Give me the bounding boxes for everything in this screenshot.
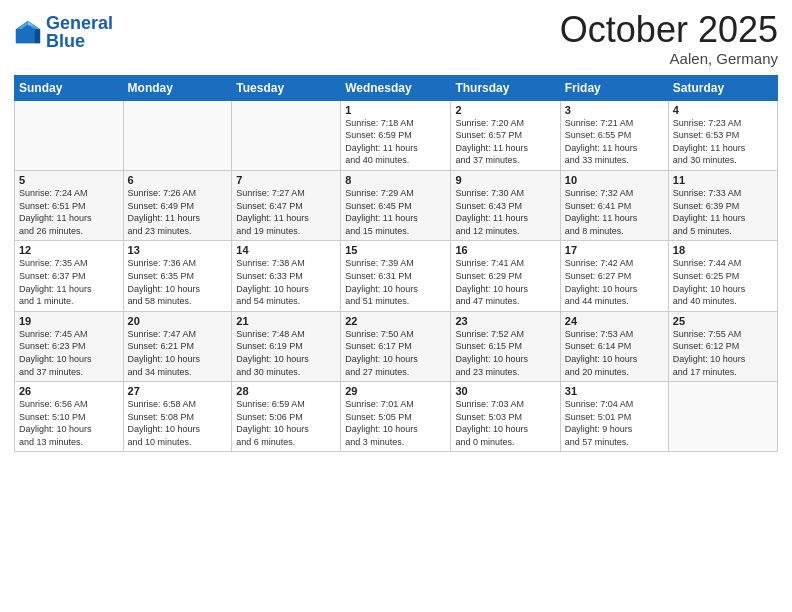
calendar-cell [15,100,124,170]
day-info: Sunrise: 7:33 AM Sunset: 6:39 PM Dayligh… [673,187,773,237]
calendar-page: General Blue October 2025 Aalen, Germany… [0,0,792,612]
day-number: 17 [565,244,664,256]
day-number: 2 [455,104,555,116]
day-number: 30 [455,385,555,397]
day-number: 6 [128,174,228,186]
day-info: Sunrise: 7:38 AM Sunset: 6:33 PM Dayligh… [236,257,336,307]
weekday-header: Tuesday [232,75,341,100]
day-number: 4 [673,104,773,116]
day-info: Sunrise: 7:24 AM Sunset: 6:51 PM Dayligh… [19,187,119,237]
calendar-cell: 20Sunrise: 7:47 AM Sunset: 6:21 PM Dayli… [123,311,232,381]
calendar-week-row: 26Sunrise: 6:56 AM Sunset: 5:10 PM Dayli… [15,382,778,452]
weekday-header: Wednesday [341,75,451,100]
calendar-cell: 15Sunrise: 7:39 AM Sunset: 6:31 PM Dayli… [341,241,451,311]
day-info: Sunrise: 7:20 AM Sunset: 6:57 PM Dayligh… [455,117,555,167]
day-info: Sunrise: 6:56 AM Sunset: 5:10 PM Dayligh… [19,398,119,448]
weekday-header: Monday [123,75,232,100]
day-number: 28 [236,385,336,397]
calendar-cell: 2Sunrise: 7:20 AM Sunset: 6:57 PM Daylig… [451,100,560,170]
day-number: 20 [128,315,228,327]
calendar-week-row: 12Sunrise: 7:35 AM Sunset: 6:37 PM Dayli… [15,241,778,311]
calendar-week-row: 5Sunrise: 7:24 AM Sunset: 6:51 PM Daylig… [15,170,778,240]
calendar-cell: 18Sunrise: 7:44 AM Sunset: 6:25 PM Dayli… [668,241,777,311]
day-info: Sunrise: 7:44 AM Sunset: 6:25 PM Dayligh… [673,257,773,307]
day-info: Sunrise: 7:55 AM Sunset: 6:12 PM Dayligh… [673,328,773,378]
day-info: Sunrise: 7:41 AM Sunset: 6:29 PM Dayligh… [455,257,555,307]
day-number: 1 [345,104,446,116]
calendar-cell [232,100,341,170]
day-info: Sunrise: 7:50 AM Sunset: 6:17 PM Dayligh… [345,328,446,378]
day-number: 7 [236,174,336,186]
calendar-week-row: 19Sunrise: 7:45 AM Sunset: 6:23 PM Dayli… [15,311,778,381]
day-info: Sunrise: 7:03 AM Sunset: 5:03 PM Dayligh… [455,398,555,448]
day-number: 13 [128,244,228,256]
day-number: 15 [345,244,446,256]
title-area: October 2025 Aalen, Germany [560,10,778,67]
day-number: 26 [19,385,119,397]
day-info: Sunrise: 7:30 AM Sunset: 6:43 PM Dayligh… [455,187,555,237]
day-number: 9 [455,174,555,186]
day-number: 11 [673,174,773,186]
day-info: Sunrise: 7:36 AM Sunset: 6:35 PM Dayligh… [128,257,228,307]
calendar-table: SundayMondayTuesdayWednesdayThursdayFrid… [14,75,778,453]
calendar-cell: 9Sunrise: 7:30 AM Sunset: 6:43 PM Daylig… [451,170,560,240]
weekday-header: Sunday [15,75,124,100]
calendar-cell: 21Sunrise: 7:48 AM Sunset: 6:19 PM Dayli… [232,311,341,381]
calendar-cell: 6Sunrise: 7:26 AM Sunset: 6:49 PM Daylig… [123,170,232,240]
calendar-header-row: SundayMondayTuesdayWednesdayThursdayFrid… [15,75,778,100]
day-info: Sunrise: 7:39 AM Sunset: 6:31 PM Dayligh… [345,257,446,307]
day-number: 31 [565,385,664,397]
logo: General Blue [14,14,113,50]
month-title: October 2025 [560,10,778,50]
day-info: Sunrise: 7:45 AM Sunset: 6:23 PM Dayligh… [19,328,119,378]
day-info: Sunrise: 7:42 AM Sunset: 6:27 PM Dayligh… [565,257,664,307]
day-info: Sunrise: 7:52 AM Sunset: 6:15 PM Dayligh… [455,328,555,378]
day-number: 5 [19,174,119,186]
calendar-cell: 10Sunrise: 7:32 AM Sunset: 6:41 PM Dayli… [560,170,668,240]
day-number: 16 [455,244,555,256]
calendar-cell [123,100,232,170]
day-info: Sunrise: 7:53 AM Sunset: 6:14 PM Dayligh… [565,328,664,378]
calendar-cell: 3Sunrise: 7:21 AM Sunset: 6:55 PM Daylig… [560,100,668,170]
svg-marker-2 [35,29,41,43]
page-header: General Blue October 2025 Aalen, Germany [14,10,778,67]
day-info: Sunrise: 7:32 AM Sunset: 6:41 PM Dayligh… [565,187,664,237]
day-info: Sunrise: 7:48 AM Sunset: 6:19 PM Dayligh… [236,328,336,378]
calendar-cell: 24Sunrise: 7:53 AM Sunset: 6:14 PM Dayli… [560,311,668,381]
calendar-cell: 29Sunrise: 7:01 AM Sunset: 5:05 PM Dayli… [341,382,451,452]
day-number: 24 [565,315,664,327]
day-number: 22 [345,315,446,327]
calendar-cell: 22Sunrise: 7:50 AM Sunset: 6:17 PM Dayli… [341,311,451,381]
calendar-cell: 27Sunrise: 6:58 AM Sunset: 5:08 PM Dayli… [123,382,232,452]
location-subtitle: Aalen, Germany [560,50,778,67]
calendar-cell: 5Sunrise: 7:24 AM Sunset: 6:51 PM Daylig… [15,170,124,240]
day-info: Sunrise: 6:59 AM Sunset: 5:06 PM Dayligh… [236,398,336,448]
day-info: Sunrise: 7:23 AM Sunset: 6:53 PM Dayligh… [673,117,773,167]
day-number: 29 [345,385,446,397]
calendar-cell: 13Sunrise: 7:36 AM Sunset: 6:35 PM Dayli… [123,241,232,311]
logo-icon [14,18,42,46]
day-info: Sunrise: 7:18 AM Sunset: 6:59 PM Dayligh… [345,117,446,167]
day-number: 23 [455,315,555,327]
calendar-cell: 16Sunrise: 7:41 AM Sunset: 6:29 PM Dayli… [451,241,560,311]
calendar-cell: 23Sunrise: 7:52 AM Sunset: 6:15 PM Dayli… [451,311,560,381]
calendar-cell: 1Sunrise: 7:18 AM Sunset: 6:59 PM Daylig… [341,100,451,170]
weekday-header: Thursday [451,75,560,100]
day-number: 8 [345,174,446,186]
calendar-cell: 19Sunrise: 7:45 AM Sunset: 6:23 PM Dayli… [15,311,124,381]
calendar-cell: 25Sunrise: 7:55 AM Sunset: 6:12 PM Dayli… [668,311,777,381]
day-number: 18 [673,244,773,256]
weekday-header: Saturday [668,75,777,100]
day-number: 25 [673,315,773,327]
day-number: 10 [565,174,664,186]
day-info: Sunrise: 7:29 AM Sunset: 6:45 PM Dayligh… [345,187,446,237]
day-info: Sunrise: 7:21 AM Sunset: 6:55 PM Dayligh… [565,117,664,167]
logo-line1: General [46,14,113,32]
day-number: 3 [565,104,664,116]
calendar-cell: 26Sunrise: 6:56 AM Sunset: 5:10 PM Dayli… [15,382,124,452]
day-info: Sunrise: 7:04 AM Sunset: 5:01 PM Dayligh… [565,398,664,448]
weekday-header: Friday [560,75,668,100]
calendar-cell: 4Sunrise: 7:23 AM Sunset: 6:53 PM Daylig… [668,100,777,170]
day-number: 27 [128,385,228,397]
calendar-cell: 12Sunrise: 7:35 AM Sunset: 6:37 PM Dayli… [15,241,124,311]
